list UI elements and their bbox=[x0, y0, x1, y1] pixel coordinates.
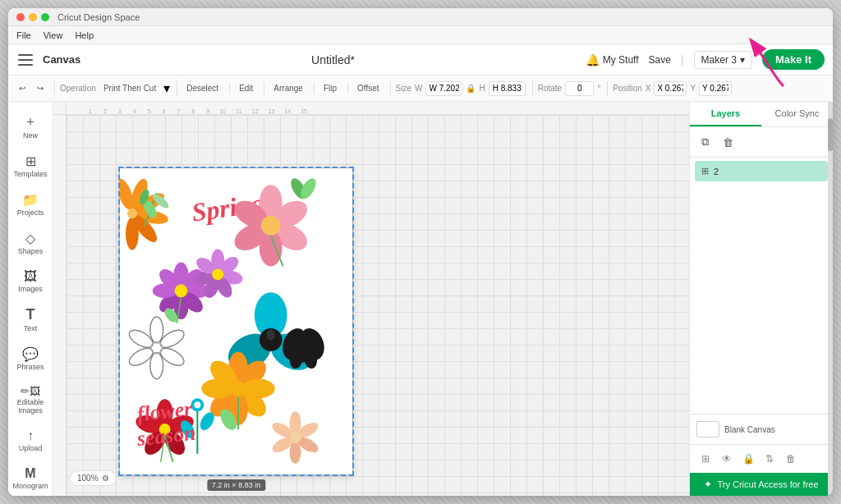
title-bar: Cricut Design Space bbox=[8, 8, 833, 26]
sidebar-item-images-label: Images bbox=[18, 286, 43, 294]
panel-arrange-btn[interactable]: ⇅ bbox=[761, 450, 779, 468]
svg-point-61 bbox=[230, 380, 246, 396]
sidebar-item-images[interactable]: 🖼 Images bbox=[11, 264, 49, 299]
svg-rect-68 bbox=[301, 338, 305, 363]
blank-canvas-preview bbox=[696, 421, 719, 438]
sidebar-item-shapes[interactable]: ◇ Shapes bbox=[11, 226, 49, 261]
sidebar-item-editable-images[interactable]: ✏🖼 Editable Images bbox=[11, 380, 49, 420]
size-h-input[interactable] bbox=[489, 81, 526, 96]
editable-images-icon: ✏🖼 bbox=[21, 385, 40, 397]
flip-btn[interactable]: Flip bbox=[319, 82, 341, 94]
design-canvas[interactable]: Spring! bbox=[119, 167, 353, 475]
menu-view[interactable]: View bbox=[44, 30, 63, 40]
close-window-btn[interactable] bbox=[16, 13, 25, 21]
rotate-unit: ° bbox=[597, 84, 600, 93]
my-stuff-btn[interactable]: 🔔 My Stuff bbox=[586, 53, 639, 66]
my-stuff-label: My Stuff bbox=[603, 54, 639, 66]
maximize-window-btn[interactable] bbox=[41, 13, 49, 21]
menu-bar: File View Help bbox=[8, 26, 833, 44]
top-nav: Canvas Untitled* 🔔 My Stuff Save | Maker… bbox=[8, 44, 833, 76]
size-lock-icon: 🔒 bbox=[466, 84, 476, 93]
tab-color-sync[interactable]: Color Sync bbox=[761, 102, 833, 126]
rotate-input[interactable] bbox=[565, 81, 594, 96]
redo-btn[interactable]: ↪ bbox=[33, 82, 48, 94]
svg-point-18 bbox=[261, 216, 281, 236]
blank-canvas-label: Blank Canvas bbox=[724, 425, 775, 434]
offset-group: Offset bbox=[353, 82, 391, 94]
operation-selector[interactable]: Print Then Cut bbox=[99, 82, 160, 94]
svg-point-40 bbox=[212, 268, 223, 280]
shapes-icon: ◇ bbox=[25, 231, 35, 246]
position-x-input[interactable] bbox=[654, 81, 687, 96]
sidebar-item-text-label: Text bbox=[24, 325, 38, 333]
panel-delete-btn[interactable]: 🗑 bbox=[782, 450, 800, 468]
operation-chevron-icon: ▾ bbox=[163, 80, 170, 96]
menu-file[interactable]: File bbox=[16, 30, 31, 40]
sidebar-item-templates-label: Templates bbox=[13, 171, 47, 179]
save-btn[interactable]: Save bbox=[649, 54, 671, 66]
position-y-input[interactable] bbox=[699, 81, 732, 96]
undo-btn[interactable]: ↩ bbox=[15, 82, 30, 94]
sidebar-item-templates[interactable]: ⊞ Templates bbox=[11, 149, 49, 184]
layers-toolbar: ⧉ 🗑 bbox=[690, 127, 833, 158]
tab-layers[interactable]: Layers bbox=[690, 102, 761, 126]
hamburger-menu-btn[interactable] bbox=[16, 50, 36, 70]
sidebar-item-new[interactable]: ＋ New bbox=[11, 108, 49, 145]
svg-point-81 bbox=[194, 401, 200, 408]
sidebar-item-phrases[interactable]: 💬 Phrases bbox=[11, 341, 49, 377]
size-w-input[interactable] bbox=[425, 81, 462, 96]
right-panel-scrollbar[interactable] bbox=[828, 102, 833, 496]
layer-item[interactable]: ⊞ 2 bbox=[695, 161, 828, 181]
nav-right: 🔔 My Stuff Save | Maker 3 ▾ Make It bbox=[586, 49, 825, 70]
operation-group: Operation Print Then Cut ▾ bbox=[60, 80, 177, 96]
position-label: Position bbox=[613, 84, 642, 93]
history-group: ↩ ↪ bbox=[15, 82, 55, 94]
minimize-window-btn[interactable] bbox=[29, 13, 37, 21]
duplicate-layer-btn[interactable]: ⧉ bbox=[695, 132, 715, 152]
main-layout: ＋ New ⊞ Templates 📁 Projects ◇ Shapes 🖼 … bbox=[8, 102, 833, 496]
text-icon: T bbox=[26, 306, 35, 323]
svg-point-30 bbox=[175, 284, 188, 297]
panel-lock-btn[interactable]: 🔒 bbox=[739, 450, 757, 468]
canvas-area[interactable]: 1 2 3 4 5 6 7 8 9 10 11 12 13 14 15 bbox=[53, 102, 689, 496]
app-window: Cricut Design Space File View Help Canva… bbox=[8, 8, 833, 496]
edit-btn[interactable]: Edit bbox=[235, 82, 257, 94]
scroll-thumb[interactable] bbox=[828, 118, 833, 151]
left-sidebar: ＋ New ⊞ Templates 📁 Projects ◇ Shapes 🖼 … bbox=[8, 102, 53, 496]
cricut-icon: ✦ bbox=[704, 479, 712, 490]
ruler-corner bbox=[53, 102, 67, 115]
templates-icon: ⊞ bbox=[25, 153, 36, 169]
images-icon: 🖼 bbox=[24, 269, 37, 284]
sidebar-item-monogram[interactable]: M Monogram bbox=[11, 461, 49, 496]
zoom-control[interactable]: 100% ⚙ bbox=[70, 470, 117, 486]
layer-item-label: 2 bbox=[714, 167, 719, 176]
try-cricut-bar[interactable]: ✦ Try Cricut Access for free bbox=[690, 473, 833, 496]
make-it-btn[interactable]: Make It bbox=[762, 49, 825, 70]
svg-point-88 bbox=[290, 432, 301, 443]
panel-bottom-tools: ⊞ 👁 🔒 ⇅ 🗑 bbox=[690, 444, 833, 473]
sidebar-item-projects[interactable]: 📁 Projects bbox=[11, 187, 49, 222]
arrange-btn[interactable]: Arrange bbox=[269, 82, 307, 94]
sidebar-item-text[interactable]: T Text bbox=[11, 301, 49, 338]
phrases-icon: 💬 bbox=[22, 346, 39, 362]
bell-icon: 🔔 bbox=[586, 53, 600, 66]
rotate-label: Rotate bbox=[538, 84, 562, 93]
sidebar-item-monogram-label: Monogram bbox=[12, 483, 48, 491]
svg-point-7 bbox=[127, 208, 137, 218]
hamburger-line-3 bbox=[18, 64, 33, 66]
sidebar-item-phrases-label: Phrases bbox=[16, 364, 44, 372]
deselect-btn[interactable]: Deselect bbox=[182, 82, 223, 94]
right-panel-bottom: Blank Canvas bbox=[690, 414, 833, 444]
delete-layer-btn[interactable]: 🗑 bbox=[718, 132, 738, 152]
sidebar-item-upload[interactable]: ↑ Upload bbox=[11, 424, 49, 458]
maker-selector-btn[interactable]: Maker 3 ▾ bbox=[694, 51, 752, 69]
panel-grid-btn[interactable]: ⊞ bbox=[696, 450, 715, 468]
menu-help[interactable]: Help bbox=[75, 30, 94, 40]
offset-btn[interactable]: Offset bbox=[353, 82, 384, 94]
deselect-group: Deselect bbox=[182, 82, 230, 94]
nav-separator: | bbox=[681, 53, 684, 66]
panel-eye-btn[interactable]: 👁 bbox=[718, 450, 736, 468]
sidebar-item-upload-label: Upload bbox=[19, 445, 43, 453]
blank-canvas-btn[interactable]: Blank Canvas bbox=[696, 421, 826, 438]
size-label: Size bbox=[396, 84, 411, 93]
